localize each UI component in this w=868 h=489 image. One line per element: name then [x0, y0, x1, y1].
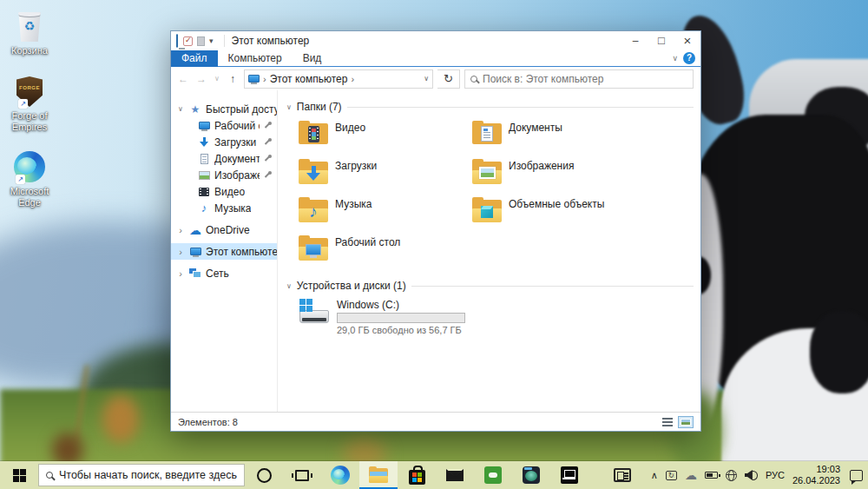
- network-tray-button[interactable]: [726, 470, 737, 481]
- pin-icon: [263, 138, 272, 147]
- expand-ribbon-icon[interactable]: ∨: [672, 54, 678, 63]
- up-button[interactable]: [226, 73, 240, 85]
- search-box[interactable]: [464, 69, 694, 89]
- help-icon[interactable]: ?: [683, 52, 695, 64]
- 3d-objects-folder-icon: [472, 196, 502, 222]
- chevron-right-icon[interactable]: [176, 268, 185, 279]
- taskbar-search[interactable]: [38, 464, 245, 486]
- store-taskbar-button[interactable]: [398, 461, 436, 489]
- recycle-bin-icon: [17, 10, 42, 42]
- thumbnails-view-icon[interactable]: [678, 416, 694, 428]
- hidden-icons-button[interactable]: [651, 470, 658, 481]
- titlebar[interactable]: ▾ Этот компьютер: [171, 31, 700, 50]
- sidebar-item-pictures[interactable]: Изображения: [171, 167, 277, 183]
- sidebar-item-desktop[interactable]: Рабочий стол: [171, 117, 277, 134]
- system-menu-icon[interactable]: [176, 35, 178, 47]
- folder-tile-3d-objects[interactable]: Объемные объекты: [472, 195, 646, 233]
- computer-icon: [248, 75, 260, 83]
- sidebar-item-network[interactable]: Сеть: [171, 265, 277, 281]
- sidebar-item-quick-access[interactable]: Быстрый доступ: [171, 101, 277, 117]
- breadcrumb-item[interactable]: Этот компьютер: [270, 73, 348, 85]
- back-button[interactable]: [176, 73, 190, 85]
- taskbar-search-input[interactable]: [59, 469, 237, 481]
- onedrive-tray-button[interactable]: [685, 468, 697, 482]
- windows-logo-icon: [13, 469, 26, 482]
- folder-tile-videos[interactable]: Видео: [299, 118, 472, 156]
- section-rule: [411, 286, 694, 287]
- close-button[interactable]: [674, 31, 700, 50]
- desktop-icon-microsoft-edge[interactable]: Microsoft Edge: [2, 151, 57, 208]
- file-explorer-icon: [369, 468, 388, 483]
- tray-device-button[interactable]: [666, 471, 677, 480]
- tab-file[interactable]: Файл: [171, 50, 218, 67]
- green-app-icon: [484, 466, 502, 484]
- breadcrumb-separator[interactable]: [351, 74, 354, 84]
- mail-taskbar-button[interactable]: [436, 461, 474, 489]
- system-tray: РУС 19:03 26.04.2023: [614, 464, 868, 486]
- section-header-folders[interactable]: Папки (7): [286, 99, 694, 115]
- new-folder-icon[interactable]: [197, 36, 205, 46]
- cortana-button[interactable]: [245, 461, 283, 489]
- tab-view[interactable]: Вид: [293, 50, 332, 67]
- drive-icon: [299, 299, 330, 323]
- customize-qat-icon[interactable]: ▾: [209, 36, 214, 45]
- sidebar-item-label: Сеть: [206, 268, 229, 280]
- explorer-taskbar-button[interactable]: [359, 461, 398, 489]
- folder-tile-music[interactable]: Музыка: [299, 195, 472, 233]
- battery-tray-button[interactable]: [705, 472, 718, 479]
- sidebar-item-documents[interactable]: Документы: [171, 150, 277, 167]
- folder-tile-desktop[interactable]: Рабочий стол: [299, 233, 472, 271]
- sidebar-item-this-pc[interactable]: Этот компьютер: [171, 243, 277, 260]
- desktop-icon-forge-of-empires[interactable]: FORGE Forge of Empires: [2, 76, 57, 133]
- drive-tile-windows-c[interactable]: Windows (C:) 29,0 ГБ свободно из 56,7 ГБ: [299, 299, 694, 335]
- app-green-button[interactable]: [474, 461, 512, 489]
- tab-computer[interactable]: Компьютер: [218, 50, 293, 67]
- sidebar-item-label: OneDrive: [206, 224, 250, 236]
- collapse-section-icon[interactable]: [286, 282, 292, 290]
- start-button[interactable]: [0, 461, 38, 489]
- details-view-icon[interactable]: [661, 416, 674, 428]
- volume-tray-button[interactable]: [745, 470, 758, 480]
- forward-button[interactable]: [194, 73, 208, 85]
- section-header-devices[interactable]: Устройства и диски (1): [286, 278, 694, 294]
- chevron-down-icon[interactable]: [176, 105, 185, 113]
- folder-tile-downloads[interactable]: Загрузки: [299, 156, 472, 195]
- sidebar-item-label: Видео: [214, 186, 245, 198]
- app-laptop-button[interactable]: [550, 461, 589, 489]
- edge-taskbar-button[interactable]: [321, 461, 359, 489]
- sidebar-item-music[interactable]: Музыка: [171, 200, 277, 216]
- sidebar-item-onedrive[interactable]: OneDrive: [171, 221, 277, 238]
- search-input[interactable]: [483, 73, 687, 85]
- section-title: Папки (7): [297, 101, 342, 113]
- chevron-right-icon[interactable]: [176, 247, 185, 257]
- documents-folder-icon: [472, 120, 502, 146]
- clock[interactable]: 19:03 26.04.2023: [792, 464, 840, 486]
- game-app-icon: [523, 466, 540, 484]
- music-folder-icon: [299, 196, 328, 222]
- collapse-section-icon[interactable]: [286, 103, 292, 111]
- properties-icon[interactable]: [183, 36, 193, 46]
- breadcrumb[interactable]: Этот компьютер: [244, 69, 433, 89]
- sidebar-item-videos[interactable]: Видео: [171, 183, 277, 200]
- address-dropdown-icon[interactable]: [424, 75, 429, 83]
- folder-tile-pictures[interactable]: Изображения: [472, 156, 646, 195]
- recent-locations-icon[interactable]: [213, 75, 221, 83]
- refresh-button[interactable]: [437, 69, 460, 89]
- task-view-button[interactable]: [283, 461, 321, 489]
- quick-access-icon: [188, 103, 202, 116]
- drive-usage-bar: [337, 313, 465, 323]
- sidebar-item-label: Загрузки: [214, 136, 256, 149]
- app-game-button[interactable]: [512, 461, 550, 489]
- network-globe-icon: [726, 470, 737, 481]
- desktop-icon-recycle-bin[interactable]: Корзина: [2, 10, 57, 56]
- folder-tile-documents[interactable]: Документы: [472, 118, 646, 156]
- language-indicator[interactable]: РУС: [766, 470, 785, 480]
- maximize-button[interactable]: [648, 31, 674, 50]
- minimize-button[interactable]: [622, 31, 648, 50]
- chevron-right-icon[interactable]: [176, 225, 185, 235]
- search-icon: [46, 472, 53, 479]
- action-center-button[interactable]: [848, 470, 863, 481]
- sidebar-item-downloads[interactable]: Загрузки: [171, 134, 277, 150]
- music-icon: [197, 202, 211, 215]
- news-button[interactable]: [614, 468, 631, 482]
